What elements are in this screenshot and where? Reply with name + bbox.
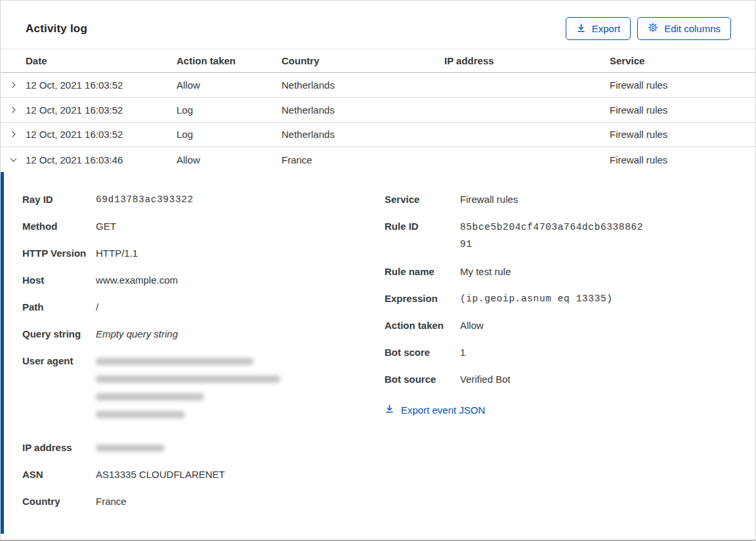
event-detail-panel: Ray ID 69d13783ac393322 Method GET HTTP … xyxy=(1,172,755,534)
cell-action: Allow xyxy=(177,154,282,165)
field-value: Empty query string xyxy=(96,326,178,342)
export-event-json-link[interactable]: Export event JSON xyxy=(385,404,485,416)
cell-date: 12 Oct, 2021 16:03:52 xyxy=(26,104,177,116)
detail-field-service: Service Firewall rules xyxy=(385,192,755,207)
cell-service: Firewall rules xyxy=(610,129,755,140)
field-label: Country xyxy=(22,494,96,509)
field-label: HTTP Version xyxy=(22,246,96,261)
table-row-expanded[interactable]: 12 Oct, 2021 16:03:46 Allow France Firew… xyxy=(1,147,755,172)
export-button-label: Export xyxy=(592,23,620,34)
table-row[interactable]: 12 Oct, 2021 16:03:52 Allow Netherlands … xyxy=(1,73,755,98)
download-icon xyxy=(576,23,586,35)
detail-field-user-agent: User agent xyxy=(22,353,385,429)
field-value: www.example.com xyxy=(96,272,178,288)
field-value: / xyxy=(96,299,98,315)
field-label: ASN xyxy=(22,467,96,483)
detail-field-method: Method GET xyxy=(22,219,385,234)
detail-field-ray-id: Ray ID 69d13783ac393322 xyxy=(22,192,385,207)
column-header-date: Date xyxy=(26,55,177,66)
cell-service: Firewall rules xyxy=(610,104,755,116)
detail-field-query-string: Query string Empty query string xyxy=(22,326,385,342)
cell-date: 12 Oct, 2021 16:03:52 xyxy=(26,79,177,91)
cell-country: Netherlands xyxy=(282,129,444,140)
field-value: 1 xyxy=(460,345,465,360)
topbar: Activity log Export xyxy=(1,1,755,49)
column-header-country: Country xyxy=(282,55,444,66)
detail-field-expression: Expression (ip.geoip.asnum eq 13335) xyxy=(385,291,755,307)
redacted-ip-blur xyxy=(96,440,165,456)
field-value: Allow xyxy=(460,318,484,334)
field-value: Firewall rules xyxy=(460,192,518,207)
redacted-user-agent-blur xyxy=(96,353,280,429)
export-button[interactable]: Export xyxy=(566,17,631,40)
chevron-right-icon[interactable] xyxy=(1,73,26,97)
field-label: Path xyxy=(22,299,96,315)
cell-country: Netherlands xyxy=(282,104,444,116)
detail-field-http-version: HTTP Version HTTP/1.1 xyxy=(22,246,385,261)
gear-icon xyxy=(648,22,658,35)
detail-left-column: Ray ID 69d13783ac393322 Method GET HTTP … xyxy=(22,192,385,521)
field-value: 85bce5b204cf4703a764dcb633886291 xyxy=(460,219,646,253)
cell-service: Firewall rules xyxy=(610,154,755,165)
detail-field-host: Host www.example.com xyxy=(22,272,385,288)
cell-service: Firewall rules xyxy=(610,79,755,91)
detail-field-rule-name: Rule name My test rule xyxy=(385,264,755,280)
field-value: France xyxy=(96,494,127,509)
cell-action: Log xyxy=(177,129,282,140)
table-header: Date Action taken Country IP address Ser… xyxy=(1,49,755,73)
table-row[interactable]: 12 Oct, 2021 16:03:52 Log Netherlands Fi… xyxy=(1,123,755,148)
cell-date: 12 Oct, 2021 16:03:46 xyxy=(26,154,177,165)
download-icon xyxy=(385,404,394,416)
detail-field-rule-id: Rule ID 85bce5b204cf4703a764dcb633886291 xyxy=(385,219,755,253)
chevron-right-icon[interactable] xyxy=(1,123,26,147)
detail-field-bot-source: Bot source Verified Bot xyxy=(385,372,755,387)
detail-field-ip-address: IP address xyxy=(22,440,385,456)
field-value: My test rule xyxy=(460,264,511,280)
field-label: Action taken xyxy=(385,318,460,334)
field-label: Host xyxy=(22,272,96,288)
detail-field-bot-score: Bot score 1 xyxy=(385,345,755,360)
column-header-action-taken: Action taken xyxy=(177,55,282,66)
detail-field-asn: ASN AS13335 CLOUDFLARENET xyxy=(22,467,385,483)
detail-field-path: Path / xyxy=(22,299,385,315)
field-label: Rule name xyxy=(385,264,460,280)
edit-columns-button-label: Edit columns xyxy=(664,23,721,34)
edit-columns-button[interactable]: Edit columns xyxy=(637,17,731,40)
cell-date: 12 Oct, 2021 16:03:52 xyxy=(26,129,177,140)
column-header-service: Service xyxy=(610,55,755,66)
page-title: Activity log xyxy=(26,22,87,35)
field-label: IP address xyxy=(22,440,96,456)
column-header-ip-address: IP address xyxy=(444,55,610,66)
field-label: Method xyxy=(22,219,96,234)
field-value: GET xyxy=(96,219,116,234)
chevron-right-icon[interactable] xyxy=(1,98,26,122)
chevron-down-icon[interactable] xyxy=(1,147,26,172)
field-label: Bot source xyxy=(385,372,460,387)
field-label: Ray ID xyxy=(22,192,96,207)
field-value: (ip.geoip.asnum eq 13335) xyxy=(460,291,613,307)
detail-field-action-taken: Action taken Allow xyxy=(385,318,755,334)
field-label: Bot score xyxy=(385,345,460,360)
cell-action: Log xyxy=(177,104,282,116)
cell-country: Netherlands xyxy=(282,79,444,91)
cell-action: Allow xyxy=(177,79,282,91)
field-label: User agent xyxy=(22,353,96,429)
table-row[interactable]: 12 Oct, 2021 16:03:52 Log Netherlands Fi… xyxy=(1,98,755,123)
detail-right-column: Service Firewall rules Rule ID 85bce5b20… xyxy=(385,192,755,521)
toolbar: Export Edit columns xyxy=(566,17,731,40)
cell-country: France xyxy=(282,154,444,165)
field-value: HTTP/1.1 xyxy=(96,246,138,261)
field-value: Verified Bot xyxy=(460,372,511,387)
field-label: Expression xyxy=(385,291,460,307)
field-label: Rule ID xyxy=(385,219,460,253)
export-event-json-label: Export event JSON xyxy=(401,404,485,416)
field-label: Service xyxy=(385,192,460,207)
field-value: 69d13783ac393322 xyxy=(96,192,194,207)
activity-log-panel: Activity log Export xyxy=(0,0,756,541)
field-value: AS13335 CLOUDFLARENET xyxy=(96,467,225,483)
field-label: Query string xyxy=(22,326,96,342)
detail-field-country: Country France xyxy=(22,494,385,509)
